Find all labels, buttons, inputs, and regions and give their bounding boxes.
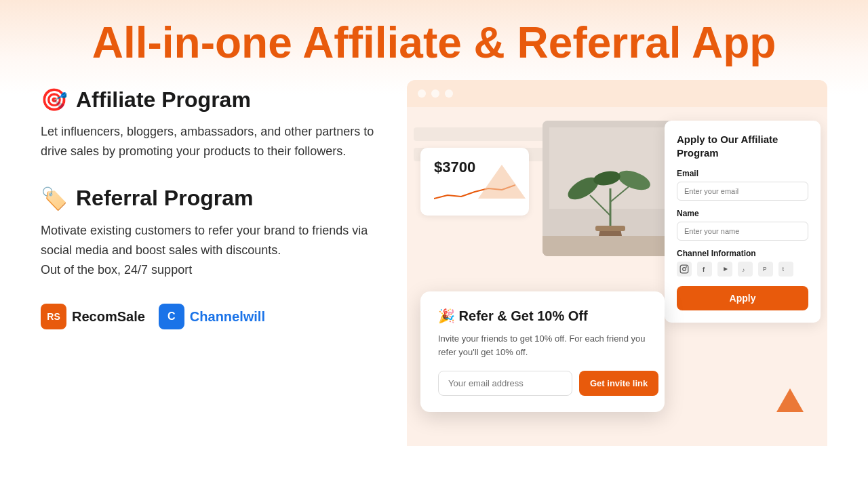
browser-dot-2 (431, 89, 439, 98)
affiliate-header: 🎯 Affiliate Program (41, 87, 380, 113)
channelwill-logo: C Channelwill (159, 304, 265, 329)
up-arrow-icon (773, 385, 807, 419)
svg-marker-17 (724, 267, 728, 271)
referral-popup-desc: Invite your friends to get 10% off. For … (438, 332, 647, 359)
affiliate-name-input[interactable] (677, 222, 808, 241)
referral-popup: 🎉 Refer & Get 10% Off Invite your friend… (420, 291, 665, 412)
hero-title: All-in-one Affiliate & Referral App (0, 0, 868, 80)
main-content: 🎯 Affiliate Program Let influencers, blo… (0, 80, 868, 488)
referral-icon: 🏷️ (41, 186, 68, 211)
channel-icons-row: f ♪ (677, 262, 808, 277)
recomsale-icon: RS (41, 304, 66, 329)
browser-dot-3 (445, 89, 453, 98)
tiktok-icon[interactable]: ♪ (738, 262, 753, 277)
affiliate-section: 🎯 Affiliate Program Let influencers, blo… (41, 87, 380, 161)
plant-svg (542, 121, 678, 256)
channelwill-icon: C (159, 304, 184, 329)
svg-point-13 (686, 266, 687, 268)
affiliate-description: Let influencers, bloggers, ambassadors, … (41, 122, 380, 161)
name-label: Name (677, 209, 808, 218)
affiliate-icon: 🎯 (41, 87, 68, 113)
affiliate-email-input[interactable] (677, 182, 808, 201)
channelwill-text: Channelwill (190, 309, 265, 325)
svg-rect-10 (542, 236, 678, 256)
svg-text:P: P (763, 266, 767, 272)
svg-point-12 (683, 268, 686, 271)
deco-triangle (475, 161, 529, 202)
svg-marker-0 (478, 165, 526, 199)
referral-emoji: 🎉 (438, 308, 455, 323)
referral-section: 🏷️ Referral Program Motivate existing cu… (41, 186, 380, 279)
svg-text:f: f (703, 266, 705, 273)
referral-header: 🏷️ Referral Program (41, 186, 380, 211)
get-invite-link-button[interactable]: Get invite link (579, 371, 658, 396)
svg-rect-11 (680, 266, 688, 274)
recomsale-text: RecomSale (72, 309, 145, 325)
product-image (542, 121, 678, 256)
left-panel: 🎯 Affiliate Program Let influencers, blo… (41, 80, 380, 329)
referral-description: Motivate existing customers to refer you… (41, 221, 380, 279)
twitter-icon[interactable]: t (778, 262, 793, 277)
affiliate-form-card: Apply to Our Affiliate Program Email Nam… (665, 121, 821, 323)
svg-text:♪: ♪ (742, 267, 745, 273)
form-card-title: Apply to Our Affiliate Program (677, 133, 808, 159)
browser-bar (407, 80, 827, 107)
youtube-icon[interactable] (717, 262, 732, 277)
referral-title: Referral Program (76, 186, 253, 211)
svg-rect-9 (595, 226, 625, 231)
page-wrapper: All-in-one Affiliate & Referral App 🎯 Af… (0, 0, 868, 488)
channel-label: Channel Information (677, 249, 808, 258)
svg-marker-21 (776, 388, 804, 412)
referral-email-input[interactable] (438, 371, 572, 396)
affiliate-title: Affiliate Program (76, 87, 251, 113)
pinterest-icon[interactable]: P (758, 262, 773, 277)
browser-dot-1 (418, 89, 426, 98)
browser-content: $3700 (407, 107, 827, 439)
logos-row: RS RecomSale C Channelwill (41, 304, 380, 329)
facebook-icon[interactable]: f (697, 262, 712, 277)
svg-text:t: t (783, 266, 785, 272)
recomsale-logo: RS RecomSale (41, 304, 145, 329)
referral-popup-title: 🎉 Refer & Get 10% Off (438, 308, 647, 324)
apply-button[interactable]: Apply (677, 286, 808, 310)
email-label: Email (677, 169, 808, 178)
instagram-icon[interactable] (677, 262, 692, 277)
referral-input-row: Get invite link (438, 371, 647, 396)
browser-mock: $3700 (407, 80, 827, 446)
